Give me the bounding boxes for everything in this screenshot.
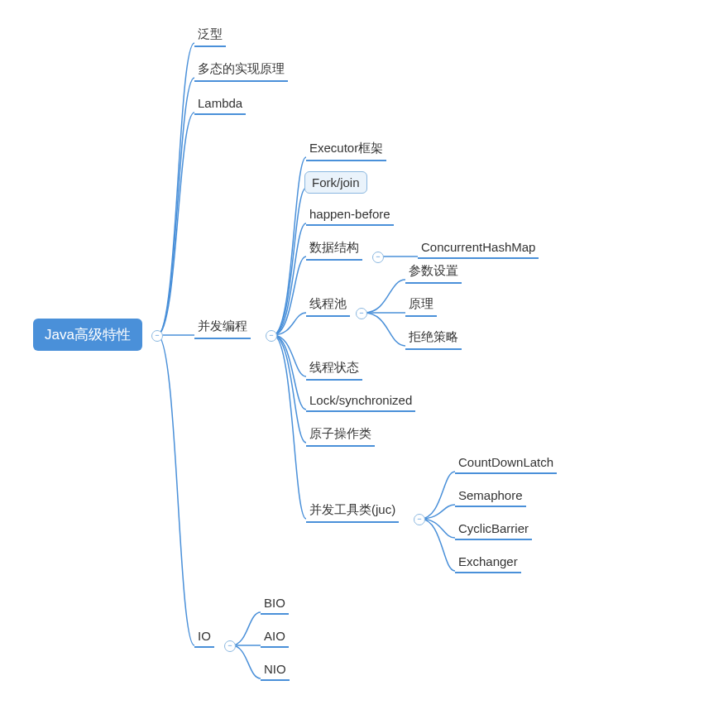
node-executor[interactable]: Executor框架 bbox=[306, 139, 386, 161]
toggle-threadpool[interactable]: − bbox=[356, 308, 367, 319]
label-tp-reject: 拒绝策略 bbox=[409, 329, 458, 343]
node-tp-params[interactable]: 参数设置 bbox=[405, 261, 462, 284]
label-ex: Exchanger bbox=[458, 554, 518, 568]
label-threadpool: 线程池 bbox=[309, 296, 347, 310]
node-aio[interactable]: AIO bbox=[261, 627, 289, 648]
label-polymorphism: 多态的实现原理 bbox=[198, 61, 285, 75]
label-nio: NIO bbox=[264, 662, 286, 676]
label-juc: 并发工具类(juc) bbox=[309, 502, 395, 516]
node-tp-reject[interactable]: 拒绝策略 bbox=[405, 328, 462, 350]
label-forkjoin: Fork/join bbox=[312, 175, 360, 189]
label-cb: CyclicBarrier bbox=[458, 521, 529, 535]
toggle-juc[interactable]: − bbox=[414, 514, 425, 525]
node-threadstate[interactable]: 线程状态 bbox=[306, 358, 362, 381]
node-cb[interactable]: CyclicBarrier bbox=[455, 520, 532, 540]
root-node[interactable]: Java高级特性 bbox=[33, 319, 142, 351]
label-happenbefore: happen-before bbox=[309, 207, 390, 221]
label-cdl: CountDownLatch bbox=[458, 455, 553, 469]
toggle-concurrency[interactable]: − bbox=[266, 330, 277, 342]
node-threadpool[interactable]: 线程池 bbox=[306, 295, 350, 317]
node-lambda[interactable]: Lambda bbox=[194, 94, 246, 115]
node-juc[interactable]: 并发工具类(juc) bbox=[306, 501, 399, 523]
label-aio: AIO bbox=[264, 629, 285, 643]
toggle-root[interactable]: − bbox=[151, 330, 163, 342]
node-bio[interactable]: BIO bbox=[261, 594, 289, 615]
label-generics: 泛型 bbox=[198, 26, 223, 41]
connector-lines bbox=[0, 0, 728, 719]
node-polymorphism[interactable]: 多态的实现原理 bbox=[194, 60, 288, 82]
root-label: Java高级特性 bbox=[45, 327, 131, 343]
node-locksync[interactable]: Lock/synchronized bbox=[306, 391, 415, 412]
label-lambda: Lambda bbox=[198, 96, 242, 110]
node-io[interactable]: IO bbox=[194, 627, 214, 648]
node-sem[interactable]: Semaphore bbox=[455, 487, 526, 507]
node-atomic[interactable]: 原子操作类 bbox=[306, 424, 375, 447]
label-locksync: Lock/synchronized bbox=[309, 393, 412, 407]
label-datastruct: 数据结构 bbox=[309, 240, 359, 254]
label-threadstate: 线程状态 bbox=[309, 360, 359, 374]
node-tp-principle[interactable]: 原理 bbox=[405, 295, 437, 317]
label-executor: Executor框架 bbox=[309, 141, 383, 155]
node-happenbefore[interactable]: happen-before bbox=[306, 205, 394, 226]
node-cdl[interactable]: CountDownLatch bbox=[455, 453, 557, 474]
mindmap-canvas: Java高级特性 − 泛型 多态的实现原理 Lambda 并发编程 − IO −… bbox=[0, 0, 728, 719]
label-tp-params: 参数设置 bbox=[409, 263, 458, 277]
node-chashmap[interactable]: ConcurrentHashMap bbox=[418, 238, 539, 259]
label-concurrency: 并发编程 bbox=[198, 319, 247, 333]
toggle-io[interactable]: − bbox=[224, 640, 236, 652]
label-tp-principle: 原理 bbox=[409, 296, 433, 310]
label-atomic: 原子操作类 bbox=[309, 426, 371, 440]
node-generics[interactable]: 泛型 bbox=[194, 25, 226, 47]
label-sem: Semaphore bbox=[458, 488, 523, 502]
label-io: IO bbox=[198, 629, 211, 643]
node-concurrency[interactable]: 并发编程 bbox=[194, 317, 251, 339]
node-forkjoin[interactable]: Fork/join bbox=[304, 171, 367, 194]
node-nio[interactable]: NIO bbox=[261, 660, 290, 681]
label-chashmap: ConcurrentHashMap bbox=[421, 240, 535, 254]
node-datastruct[interactable]: 数据结构 bbox=[306, 238, 362, 261]
node-ex[interactable]: Exchanger bbox=[455, 553, 521, 573]
toggle-datastruct[interactable]: − bbox=[372, 252, 384, 263]
label-bio: BIO bbox=[264, 596, 285, 610]
